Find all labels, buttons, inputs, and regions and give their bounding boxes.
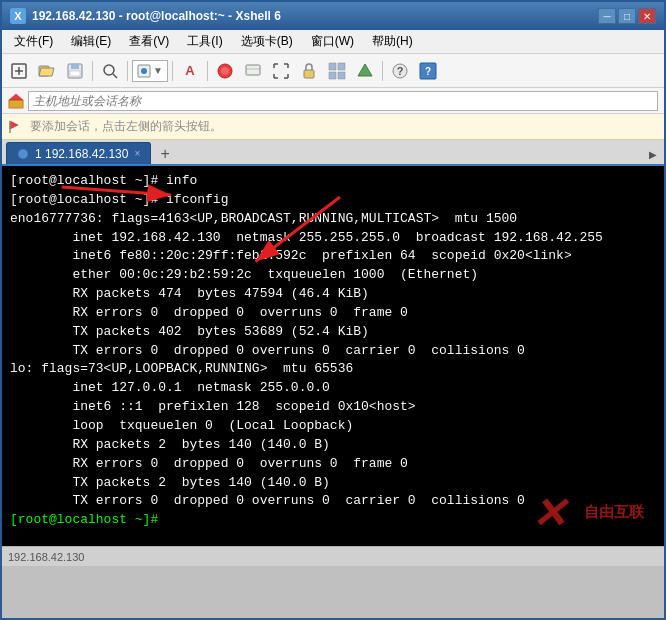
terminal-line: lo: flags=73<UP,LOOPBACK,RUNNING> mtu 65… (10, 360, 656, 379)
window-controls: ─ □ ✕ (598, 8, 656, 24)
font-color-button[interactable]: A (177, 58, 203, 84)
session-bar: 要添加会话，点击左侧的箭头按钮。 (2, 114, 664, 140)
brand-x-icon: ✕ (531, 490, 581, 534)
svg-rect-18 (329, 72, 336, 79)
svg-point-7 (104, 65, 114, 75)
tab-label: 1 192.168.42.130 (35, 147, 128, 161)
tab-bar: 1 192.168.42.130 × + ▶ (2, 140, 664, 166)
terminal-line: RX errors 0 dropped 0 overruns 0 frame 0 (10, 304, 656, 323)
address-bar (2, 88, 664, 114)
svg-point-29 (18, 149, 28, 159)
terminal-line: inet 192.168.42.130 netmask 255.255.255.… (10, 229, 656, 248)
svg-marker-20 (358, 64, 372, 76)
tab-scroll-button[interactable]: ▶ (646, 144, 660, 164)
svg-rect-25 (9, 100, 23, 108)
search-button[interactable] (97, 58, 123, 84)
lock-button[interactable] (296, 58, 322, 84)
layout-button[interactable] (324, 58, 350, 84)
terminal-line: inet6 ::1 prefixlen 128 scopeid 0x10<hos… (10, 398, 656, 417)
terminal-line: RX errors 0 dropped 0 overruns 0 frame 0 (10, 455, 656, 474)
terminal[interactable]: [root@localhost ~]# info [root@localhost… (2, 166, 664, 546)
extra-button[interactable]: ? (415, 58, 441, 84)
transfer-button[interactable] (240, 58, 266, 84)
save-button[interactable] (62, 58, 88, 84)
svg-rect-16 (329, 63, 336, 70)
watermark: ✕ 自由互联 (531, 490, 644, 534)
toolbar-sep-2 (127, 61, 128, 81)
terminal-line: ether 00:0c:29:b2:59:2c txqueuelen 1000 … (10, 266, 656, 285)
svg-point-12 (221, 67, 229, 75)
scroll-button[interactable] (352, 58, 378, 84)
svg-rect-17 (338, 63, 345, 70)
menu-file[interactable]: 文件(F) (6, 31, 61, 52)
main-content: [root@localhost ~]# info [root@localhost… (2, 166, 664, 546)
session-tab[interactable]: 1 192.168.42.130 × (6, 142, 151, 164)
svg-rect-6 (70, 71, 80, 76)
terminal-line: TX errors 0 dropped 0 overruns 0 carrier… (10, 342, 656, 361)
svg-marker-26 (9, 94, 23, 100)
svg-text:✕: ✕ (531, 490, 570, 534)
svg-rect-5 (71, 64, 79, 69)
new-tab-button[interactable]: + (155, 144, 175, 164)
app-window: X 192.168.42.130 - root@localhost:~ - Xs… (0, 0, 666, 620)
address-input[interactable] (28, 91, 658, 111)
maximize-button[interactable]: □ (618, 8, 636, 24)
menu-bar: 文件(F) 编辑(E) 查看(V) 工具(I) 选项卡(B) 窗口(W) 帮助(… (2, 30, 664, 54)
title-bar: X 192.168.42.130 - root@localhost:~ - Xs… (2, 2, 664, 30)
open-button[interactable] (34, 58, 60, 84)
home-icon (8, 93, 24, 109)
menu-window[interactable]: 窗口(W) (303, 31, 362, 52)
svg-rect-13 (246, 65, 260, 75)
svg-line-8 (113, 74, 117, 78)
svg-text:?: ? (397, 65, 404, 77)
menu-help[interactable]: 帮助(H) (364, 31, 421, 52)
terminal-line: loop txqueuelen 0 (Local Loopback) (10, 417, 656, 436)
toolbar-sep-4 (207, 61, 208, 81)
svg-text:?: ? (425, 66, 431, 77)
connect-button[interactable] (212, 58, 238, 84)
brand-text: 自由互联 (584, 502, 644, 522)
flag-icon (8, 120, 22, 134)
svg-rect-15 (304, 70, 314, 78)
status-bar: 192.168.42.130 (2, 546, 664, 566)
minimize-button[interactable]: ─ (598, 8, 616, 24)
terminal-line: inet 127.0.0.1 netmask 255.0.0.0 (10, 379, 656, 398)
terminal-line: [root@localhost ~]# info (10, 172, 656, 191)
terminal-line: [root@localhost ~]# ifconfig (10, 191, 656, 210)
terminal-line: TX packets 402 bytes 53689 (52.4 KiB) (10, 323, 656, 342)
menu-tools[interactable]: 工具(I) (179, 31, 230, 52)
toolbar: ▼ A ? ? (2, 54, 664, 88)
tab-close-button[interactable]: × (134, 148, 140, 159)
terminal-line: RX packets 474 bytes 47594 (46.4 KiB) (10, 285, 656, 304)
session-dropdown[interactable]: ▼ (132, 60, 168, 82)
fullscreen-button[interactable] (268, 58, 294, 84)
terminal-line: eno16777736: flags=4163<UP,BROADCAST,RUN… (10, 210, 656, 229)
terminal-line: inet6 fe80::20c:29ff:feb2:592c prefixlen… (10, 247, 656, 266)
menu-view[interactable]: 查看(V) (121, 31, 177, 52)
svg-marker-27 (10, 121, 18, 129)
menu-edit[interactable]: 编辑(E) (63, 31, 119, 52)
svg-point-10 (141, 68, 147, 74)
status-text: 192.168.42.130 (8, 551, 84, 563)
app-icon: X (10, 8, 26, 24)
toolbar-sep-5 (382, 61, 383, 81)
svg-rect-19 (338, 72, 345, 79)
window-title: 192.168.42.130 - root@localhost:~ - Xshe… (32, 9, 281, 23)
tab-icon (17, 148, 29, 160)
toolbar-sep-3 (172, 61, 173, 81)
toolbar-sep-1 (92, 61, 93, 81)
terminal-line: RX packets 2 bytes 140 (140.0 B) (10, 436, 656, 455)
help-button[interactable]: ? (387, 58, 413, 84)
close-button[interactable]: ✕ (638, 8, 656, 24)
menu-tabs[interactable]: 选项卡(B) (233, 31, 301, 52)
session-hint: 要添加会话，点击左侧的箭头按钮。 (30, 118, 222, 135)
new-session-button[interactable] (6, 58, 32, 84)
